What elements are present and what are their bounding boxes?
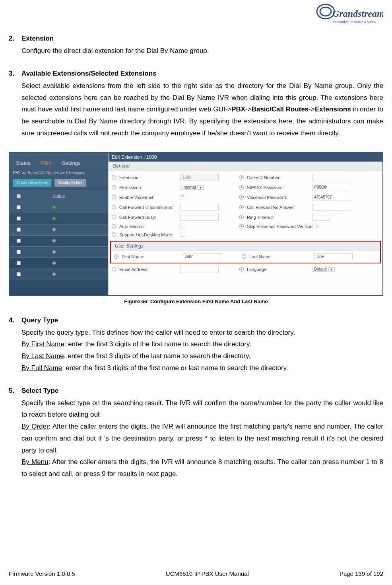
- table-row[interactable]: [10, 258, 108, 269]
- label-extension: Extension:: [119, 175, 179, 180]
- row-checkbox[interactable]: [17, 205, 21, 209]
- table-row[interactable]: [10, 269, 108, 280]
- info-icon[interactable]: i: [112, 185, 116, 189]
- section-5-num: 5.: [9, 387, 21, 397]
- chevron-down-icon[interactable]: ▼: [197, 185, 204, 190]
- email-input[interactable]: [180, 266, 219, 273]
- enable-voicemail-checkbox[interactable]: [180, 195, 185, 199]
- chevron-down-icon[interactable]: ▼: [328, 267, 335, 272]
- extension-input[interactable]: 1000: [180, 174, 219, 181]
- permission-select[interactable]: Internal: [180, 185, 196, 190]
- hotdesk-checkbox[interactable]: [180, 232, 185, 237]
- table-row[interactable]: [10, 247, 108, 258]
- status-dot-icon: [52, 239, 56, 242]
- info-icon[interactable]: i: [242, 254, 246, 259]
- info-icon[interactable]: i: [239, 224, 244, 228]
- label-permission: Permission:: [119, 185, 179, 190]
- row-checkbox[interactable]: [17, 250, 21, 254]
- figure-66-screenshot: Status PBX Settings PBX >> Basic/Call Ro…: [9, 152, 383, 296]
- info-icon[interactable]: i: [114, 254, 118, 259]
- sip-password-input[interactable]: P95Oih: [312, 184, 350, 191]
- footer-firmware: Firmware Version 1.0.0.5: [9, 570, 75, 577]
- svg-point-1: [320, 7, 331, 16]
- breadcrumb: PBX >> Basic/Call Routes >> Extensions: [10, 166, 108, 177]
- status-dot-icon: [52, 261, 56, 265]
- section-4-body: Specify the query type. This defines how…: [21, 327, 383, 374]
- label-cfu: Call Forward Unconditional:: [119, 205, 179, 210]
- status-dot-icon: [52, 228, 56, 231]
- label-email: Email Address:: [119, 267, 179, 272]
- brand-logo: Grandstream Innovative IP Voice & Video: [312, 1, 383, 28]
- row-checkbox[interactable]: [17, 261, 21, 265]
- logo-text: Grandstream: [332, 8, 383, 19]
- table-header-row: Status: [10, 191, 108, 202]
- language-select[interactable]: Default: [312, 267, 327, 272]
- section-3-title: Available Extensions/Selected Extensions: [21, 70, 157, 78]
- info-icon[interactable]: i: [112, 224, 116, 228]
- info-icon[interactable]: i: [239, 195, 244, 199]
- cfb-input[interactable]: [180, 214, 219, 221]
- section-5-body: Specify the select type on the searching…: [21, 397, 383, 480]
- dialog-title: Edit Extension : 1000: [109, 153, 382, 162]
- table-row[interactable]: [10, 213, 108, 224]
- info-icon[interactable]: i: [112, 195, 116, 199]
- section-3-body: Select available extensions from the lef…: [21, 80, 383, 139]
- section-2-num: 2.: [9, 35, 21, 45]
- voicemail-password-input[interactable]: 47545707: [312, 194, 350, 201]
- callerid-input[interactable]: [312, 174, 350, 181]
- info-icon[interactable]: i: [112, 232, 116, 237]
- info-icon[interactable]: i: [239, 175, 244, 179]
- table-row[interactable]: [10, 236, 108, 247]
- skip-vm-checkbox[interactable]: [312, 224, 317, 228]
- cfna-input[interactable]: [312, 204, 350, 211]
- footer-title: UCM6510 IP PBX User Manual: [166, 570, 249, 577]
- info-icon[interactable]: i: [112, 215, 116, 219]
- info-icon[interactable]: i: [239, 205, 244, 209]
- info-icon[interactable]: i: [112, 175, 116, 179]
- modify-select-button[interactable]: Modify Select: [54, 179, 86, 187]
- first-name-input[interactable]: John: [183, 253, 221, 260]
- section-4-num: 4.: [9, 316, 21, 327]
- status-dot-icon: [52, 273, 56, 276]
- info-icon[interactable]: i: [112, 267, 116, 271]
- auto-record-checkbox[interactable]: [180, 224, 185, 228]
- table-row[interactable]: [10, 202, 108, 213]
- label-language: Language:: [247, 267, 310, 272]
- footer-page: Page 139 of 192: [340, 570, 383, 577]
- nav-tab-status[interactable]: Status: [16, 160, 31, 166]
- info-icon[interactable]: i: [239, 185, 244, 189]
- status-dot-icon: [52, 217, 56, 220]
- label-cfna: Call Forward No Answer:: [247, 205, 310, 210]
- row-checkbox[interactable]: [17, 228, 21, 232]
- row-checkbox[interactable]: [17, 239, 21, 243]
- section-2-title: Extension: [21, 35, 54, 43]
- status-dot-icon: [52, 250, 56, 254]
- info-icon[interactable]: i: [239, 267, 244, 271]
- create-new-user-button[interactable]: Create New User: [13, 179, 51, 187]
- row-checkbox[interactable]: [17, 272, 21, 276]
- nav-tab-pbx[interactable]: PBX: [41, 160, 52, 166]
- cfu-input[interactable]: [180, 204, 219, 211]
- label-callerid: CallerID Number:: [247, 175, 310, 180]
- nav-tab-settings[interactable]: Settings: [62, 160, 81, 166]
- label-last-name: Last Name:: [249, 254, 313, 259]
- row-checkbox[interactable]: [17, 216, 21, 220]
- label-auto-record: Auto Record:: [119, 224, 179, 229]
- status-dot-icon: [52, 206, 56, 209]
- last-name-input[interactable]: Doe: [314, 253, 353, 260]
- label-enable-voicemail: Enable Voicemail:: [119, 195, 179, 200]
- section-3-num: 3.: [9, 70, 21, 80]
- info-icon[interactable]: i: [112, 205, 116, 209]
- label-ring-timeout: Ring Timeout:: [247, 215, 310, 220]
- ring-timeout-input[interactable]: [312, 214, 330, 221]
- table-row[interactable]: [10, 224, 108, 236]
- select-all-checkbox[interactable]: [17, 194, 21, 198]
- label-cfb: Call Forward Busy:: [119, 215, 179, 220]
- section-5-title: Select Type: [21, 387, 58, 395]
- section-2-body: Configure the direct dial extension for …: [21, 45, 383, 57]
- section-header-general: General: [109, 162, 382, 171]
- info-icon[interactable]: i: [239, 215, 244, 219]
- logo-tagline: Innovative IP Voice & Video: [332, 20, 376, 24]
- figure-caption: Figure 66: Configure Extension First Nam…: [9, 298, 383, 304]
- section-header-user-settings: User Settings: [111, 242, 380, 251]
